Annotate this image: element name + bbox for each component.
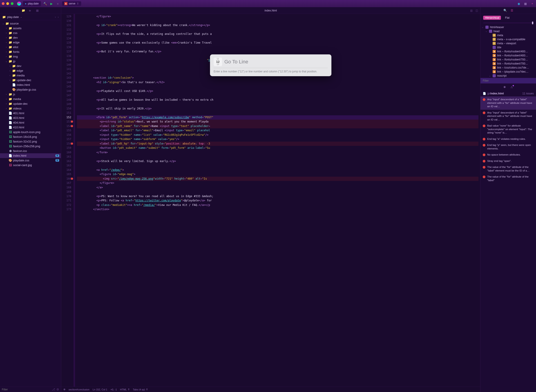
- minimap-icon[interactable]: ▥: [470, 9, 473, 12]
- file-item[interactable]: ⬢favicon.ico: [0, 149, 61, 153]
- editor-column: index.html ▥ ◫ 1291301311321331341351361…: [61, 7, 480, 392]
- issue-item[interactable]: The value of the "for" attribute of the …: [480, 174, 536, 183]
- warnings-icon[interactable]: ⚠: [510, 85, 513, 89]
- status-indent[interactable]: Tabs (4 sp) ⇕: [133, 388, 148, 391]
- folder-item[interactable]: ›📁js: [0, 92, 61, 97]
- stop-button[interactable]: ■: [55, 1, 60, 6]
- folder-item[interactable]: ›📁update-dec: [0, 78, 61, 83]
- status-position[interactable]: Ln 152, Col 1: [93, 388, 107, 391]
- dom-node[interactable]: #meta – viewport: [480, 41, 536, 45]
- issue-item[interactable]: The value of the "for" attribute of the …: [480, 164, 536, 174]
- folder-item[interactable]: ›📁css: [0, 31, 61, 35]
- statusbar: ⊕ section#conclusion Ln 152, Col 1 +0, -…: [61, 387, 480, 392]
- depth-slider[interactable]: [480, 22, 536, 25]
- inspector-tabs: 🔍 ☰: [480, 7, 536, 14]
- search-icon[interactable]: 🔍: [503, 9, 507, 12]
- add-icon[interactable]: ＋: [530, 2, 534, 6]
- titlebar: ▸ play.date 🔨 ▶ ■ n serve ⇕ ◉ ▦ ＋: [0, 0, 536, 7]
- folder-item[interactable]: ›📁edge: [0, 68, 61, 73]
- folder-item[interactable]: ›📁media: [0, 97, 61, 101]
- filter-input[interactable]: [2, 388, 50, 391]
- folder-item[interactable]: ›📁update-dec: [0, 101, 61, 106]
- dom-node[interactable]: title: [480, 45, 536, 49]
- all-issues-icon[interactable]: ✱: [503, 85, 506, 89]
- dom-node[interactable]: ⇲link – /fonts/roobert/400…: [480, 53, 536, 57]
- folder-item[interactable]: ›📁videos: [0, 106, 61, 111]
- hierarchical-toggle[interactable]: Hierarchical: [483, 16, 501, 20]
- minimize-window[interactable]: [6, 2, 9, 5]
- run-button[interactable]: ▶: [49, 1, 54, 6]
- dom-node[interactable]: ⌄head: [480, 29, 536, 33]
- file-item[interactable]: 🖼apple-touch-icon.png: [0, 130, 61, 134]
- folder-item[interactable]: ›📁fonts: [0, 49, 61, 54]
- status-breadcrumb[interactable]: section#conclusion: [69, 388, 89, 391]
- issue-item[interactable]: Stray end tag "span".: [480, 158, 536, 164]
- folder-item[interactable]: ›📁edge: [0, 40, 61, 45]
- editor-body[interactable]: 1291301311321331341351361371381391401411…: [61, 14, 480, 387]
- status-target-icon[interactable]: ⊕: [63, 388, 66, 391]
- folder-item[interactable]: ⌄📁jp: [0, 59, 61, 64]
- dom-node[interactable]: ⌄html#teaser: [480, 25, 536, 29]
- split-editor-icon[interactable]: ◫: [475, 9, 478, 12]
- preview-icon[interactable]: ◉: [517, 2, 521, 6]
- issue-item[interactable]: End tag "p" seen, but there were open el…: [480, 142, 536, 152]
- structure-icon[interactable]: ☰: [511, 9, 513, 12]
- dom-node[interactable]: ⇲link – /css/colors.css?de…: [480, 66, 536, 70]
- symbols-tab-icon[interactable]: ◈: [29, 9, 32, 12]
- folder-item[interactable]: ›📁dev: [0, 64, 61, 68]
- issues-file: index.html: [490, 92, 504, 95]
- close-window[interactable]: [2, 2, 5, 5]
- files-tab-icon[interactable]: 📁: [22, 9, 25, 12]
- file-item[interactable]: 🖼social-card.jpg: [0, 163, 61, 168]
- layout-icon[interactable]: ▦: [523, 2, 527, 6]
- nav-forward-icon[interactable]: ›: [58, 15, 59, 19]
- project-header[interactable]: 📁 play.date ⌄ ‹ ›: [0, 14, 61, 20]
- file-item[interactable]: 📄410.html: [0, 125, 61, 130]
- file-item[interactable]: 📄index.html: [0, 83, 61, 87]
- dom-node[interactable]: #meta: [480, 33, 536, 37]
- dom-filter-input[interactable]: [480, 78, 536, 83]
- project-name: play.date: [7, 15, 19, 19]
- issue-item[interactable]: No space between attributes.: [480, 152, 536, 158]
- grid-tab-icon[interactable]: ▦: [36, 9, 40, 12]
- issue-item[interactable]: Bad value "none" for attribute "autocomp…: [480, 123, 536, 136]
- dom-node[interactable]: #meta – x-ua-compatible: [480, 37, 536, 41]
- file-item[interactable]: 📄403.html: [0, 116, 61, 120]
- folder-item[interactable]: ›📁assets: [0, 26, 61, 31]
- flat-toggle[interactable]: Flat: [503, 16, 511, 20]
- status-diff[interactable]: +0, -1: [110, 388, 117, 391]
- file-item[interactable]: 🖼favicon-256x256.png: [0, 144, 61, 149]
- editor-tabbar: index.html ▥ ◫: [61, 7, 480, 14]
- project-tab[interactable]: ▸ play.date: [23, 1, 41, 6]
- dom-node[interactable]: ⌄noscript: [480, 74, 536, 78]
- file-item[interactable]: 📄401.html: [0, 111, 61, 116]
- dom-node[interactable]: ⇲link – /fonts/roobert/700…: [480, 57, 536, 62]
- task-selector[interactable]: n serve ⇕: [62, 1, 81, 6]
- nav-back-icon[interactable]: ‹: [55, 15, 56, 19]
- issue-item[interactable]: Any "input" descendant of a "label" elem…: [480, 96, 536, 110]
- folder-item[interactable]: ⌄📁source: [0, 21, 61, 26]
- file-item[interactable]: 🖼favicon-16x16.png: [0, 134, 61, 139]
- folder-item[interactable]: ›📁media: [0, 73, 61, 78]
- status-language[interactable]: HTML ⇕: [120, 388, 130, 391]
- file-item[interactable]: 📄index.htmlM: [0, 153, 61, 158]
- file-item[interactable]: 🎨playdate.cssM: [0, 158, 61, 163]
- folder-item[interactable]: ›📁dev: [0, 35, 61, 40]
- folder-item[interactable]: ›📁img: [0, 54, 61, 59]
- dom-node[interactable]: ⇲link – /fonts/roobert/700…: [480, 62, 536, 66]
- task-label: serve: [69, 2, 75, 5]
- structure-mode-toggle: Hierarchical Flat: [480, 14, 536, 22]
- filter-settings-icon[interactable]: ⚙: [56, 388, 59, 391]
- file-item[interactable]: 🖼favicon-32x32.png: [0, 139, 61, 144]
- file-item[interactable]: 📄404.html: [0, 120, 61, 125]
- issue-item[interactable]: Any "input" descendant of a "label" elem…: [480, 110, 536, 123]
- zoom-window[interactable]: [11, 2, 14, 5]
- issue-item[interactable]: End tag "a" violates nesting rules.: [480, 136, 536, 142]
- build-button[interactable]: 🔨: [43, 1, 48, 6]
- scm-icon[interactable]: ⎇: [52, 388, 55, 391]
- folder-item[interactable]: ›📁elist: [0, 45, 61, 49]
- dom-node[interactable]: ⇲link – /fonts/roobert/400…: [480, 49, 536, 53]
- file-item[interactable]: 🎨playdate-jp.css: [0, 87, 61, 92]
- dom-node[interactable]: ⇲link – /playdate.css?dec…: [480, 70, 536, 74]
- sidebar-tabs: 📁 ◈ ▦: [0, 7, 61, 14]
